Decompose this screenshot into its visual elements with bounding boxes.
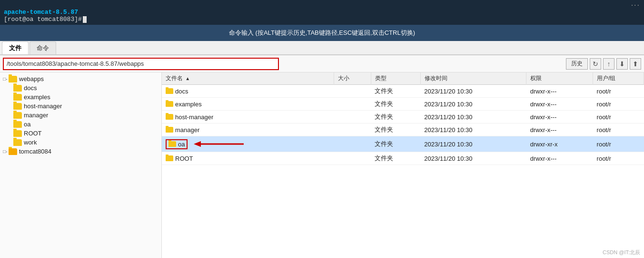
folder-icon-file (166, 88, 173, 94)
file-cell-owner: root/r (593, 98, 644, 111)
file-panel: 文件名 ▲ 大小 类型 修改时间 权限 (162, 72, 644, 258)
up-button[interactable]: ↑ (603, 58, 614, 70)
tree-item-oa[interactable]: oa (0, 120, 161, 129)
addr-btn-group: 历史 ↻ ↑ ⬇ ⬆ (566, 58, 641, 70)
file-table: 文件名 ▲ 大小 类型 修改时间 权限 (162, 72, 644, 165)
tree-label-oa: oa (24, 121, 30, 128)
file-cell-modified: 2023/11/20 10:30 (420, 85, 526, 98)
table-row[interactable]: ROOT文件夹2023/11/20 10:30drwxr-x---root/r (162, 152, 644, 165)
folder-icon-tomcat8084 (9, 148, 17, 155)
file-cell-name: manager (162, 124, 334, 136)
tree-label-ROOT: ROOT (24, 130, 42, 137)
file-cell-perms: drwxr-x--- (526, 152, 593, 165)
file-cell-size (334, 124, 371, 136)
red-arrow-container (191, 138, 248, 150)
folder-icon-file (168, 141, 176, 147)
cmd-input-label: 命令输入 (按ALT键提示历史,TAB键路径,ESC键返回,双击CTRL切换) (229, 29, 415, 37)
col-header-size[interactable]: 大小 (334, 72, 371, 85)
table-row[interactable]: host-manager文件夹2023/11/20 10:30drwxr-x--… (162, 111, 644, 124)
file-cell-name: ROOT (162, 152, 334, 165)
file-cell-size (334, 98, 371, 111)
tree-label-work: work (24, 139, 37, 146)
tree-item-examples[interactable]: examples (0, 93, 161, 102)
terminal-prompt: [root@oa tomcat8083]# (4, 16, 82, 23)
tree-item-host-manager[interactable]: host-manager (0, 102, 161, 111)
folder-icon-oa (13, 121, 22, 128)
folder-icon-file (166, 114, 173, 120)
file-cell-type: 文件夹 (371, 136, 420, 152)
file-name-label: examples (175, 101, 202, 108)
table-row[interactable]: oa文件夹2023/11/20 10:30drwxr-xr-xroot/r (162, 136, 644, 152)
terminal-cursor (83, 16, 87, 23)
tree-item-manager[interactable]: manager (0, 111, 161, 120)
file-cell-owner: root/r (593, 111, 644, 124)
folder-icon-manager (13, 112, 22, 119)
history-button[interactable]: 历史 (566, 58, 588, 70)
file-name-label: oa (178, 141, 185, 148)
folder-icon-webapps (9, 76, 17, 83)
file-name-label: ROOT (175, 155, 193, 162)
file-cell-name: oa (162, 136, 334, 152)
more-dots: ··· (631, 1, 640, 10)
tree-item-docs[interactable]: docs (0, 83, 161, 93)
tree-toggle-webapps[interactable]: □- (2, 76, 9, 82)
file-cell-size (334, 136, 371, 152)
folder-icon-examples (13, 94, 22, 101)
file-cell-modified: 2023/11/20 10:30 (420, 111, 526, 124)
tree-toggle-tomcat8084[interactable]: □- (2, 149, 9, 154)
refresh-button[interactable]: ↻ (590, 58, 601, 70)
col-header-owner[interactable]: 用户/组 (593, 72, 644, 85)
tree-item-tomcat8084[interactable]: □- tomcat8084 (0, 147, 161, 156)
tabs-row: 文件 命令 (0, 41, 644, 55)
file-name-label: manager (175, 126, 199, 134)
address-bar: 历史 ↻ ↑ ⬇ ⬆ (0, 55, 644, 72)
file-cell-perms: drwxr-x--- (526, 85, 593, 98)
tree-label-manager: manager (24, 112, 48, 119)
cmd-input-bar: 命令输入 (按ALT键提示历史,TAB键路径,ESC键返回,双击CTRL切换) … (0, 25, 644, 41)
table-row[interactable]: examples文件夹2023/11/20 10:30drwxr-x---roo… (162, 98, 644, 111)
file-cell-type: 文件夹 (371, 98, 420, 111)
tree-item-webapps[interactable]: □- webapps (0, 74, 161, 83)
file-cell-type: 文件夹 (371, 85, 420, 98)
col-header-modified[interactable]: 修改时间 (420, 72, 526, 85)
table-row[interactable]: docs文件夹2023/11/20 10:30drwxr-x---root/r (162, 85, 644, 98)
folder-icon-work (13, 139, 22, 146)
table-row[interactable]: manager文件夹2023/11/20 10:30drwxr-x---root… (162, 124, 644, 136)
tree-panel: □- webapps docs examples host-manager ma… (0, 72, 162, 258)
file-cell-owner: root/r (593, 136, 644, 152)
tree-label-tomcat8084: tomcat8084 (19, 148, 51, 155)
col-header-name[interactable]: 文件名 ▲ (162, 72, 334, 85)
folder-icon-docs (13, 85, 22, 92)
file-cell-modified: 2023/11/20 10:30 (420, 124, 526, 136)
file-cell-size (334, 152, 371, 165)
file-cell-modified: 2023/11/20 10:30 (420, 136, 526, 152)
file-cell-size (334, 111, 371, 124)
file-cell-name: examples (162, 98, 334, 111)
file-cell-perms: drwxr-x--- (526, 98, 593, 111)
terminal-area: apache-tomcat-8.5.87 [root@oa tomcat8083… (0, 0, 644, 25)
file-cell-type: 文件夹 (371, 111, 420, 124)
terminal-line2: [root@oa tomcat8083]# (4, 16, 640, 23)
terminal-line1: apache-tomcat-8.5.87 (4, 9, 640, 16)
col-header-type[interactable]: 类型 (371, 72, 420, 85)
upload-button[interactable]: ⬆ (630, 58, 641, 70)
tab-files[interactable]: 文件 (2, 41, 29, 54)
col-header-perms[interactable]: 权限 (526, 72, 593, 85)
tab-commands[interactable]: 命令 (30, 41, 56, 54)
tree-item-work[interactable]: work (0, 138, 161, 147)
sort-arrow-name: ▲ (185, 76, 190, 81)
download-button[interactable]: ⬇ (616, 58, 628, 70)
file-cell-size (334, 85, 371, 98)
tree-label-webapps: webapps (19, 75, 44, 83)
tree-item-ROOT[interactable]: ROOT (0, 129, 161, 138)
file-name-label: docs (175, 88, 188, 95)
csdn-watermark: CSDN @IT:北辰 (603, 249, 640, 256)
folder-icon-file (166, 155, 173, 161)
file-cell-modified: 2023/11/20 10:30 (420, 152, 526, 165)
file-cell-perms: drwxr-xr-x (526, 136, 593, 152)
file-cell-name: docs (162, 85, 334, 98)
file-cell-perms: drwxr-x--- (526, 124, 593, 136)
address-input[interactable] (3, 58, 279, 70)
file-cell-type: 文件夹 (371, 124, 420, 136)
main-content: □- webapps docs examples host-manager ma… (0, 72, 644, 258)
